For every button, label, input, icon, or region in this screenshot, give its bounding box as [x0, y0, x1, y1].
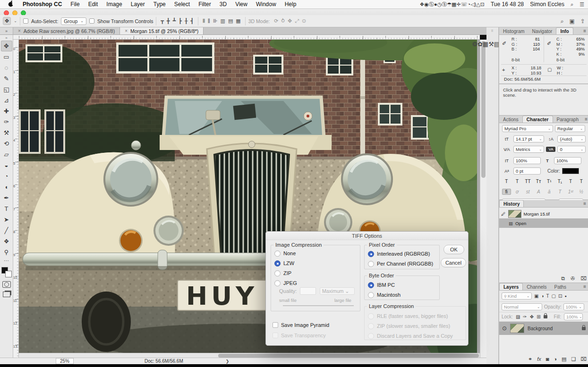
history-brush-tool[interactable]: ⟲	[1, 138, 12, 149]
dropbox-icon[interactable]: ❖	[419, 1, 424, 7]
tab-paths[interactable]: Paths	[551, 284, 571, 290]
type-style-button[interactable]: T	[577, 179, 586, 184]
align-top-icon[interactable]: ┳	[159, 18, 165, 24]
tab-histogram[interactable]: Histogram	[499, 28, 528, 34]
opacity-select[interactable]: 100%	[563, 303, 584, 310]
lock-artboard-icon[interactable]: ⊞	[537, 314, 540, 319]
history-step-open[interactable]: ▤ Open	[499, 218, 588, 228]
skype-icon[interactable]: ⓢ	[442, 1, 447, 7]
workspace-icon[interactable]: ▣	[570, 18, 575, 25]
tab-layers[interactable]: Layers	[499, 283, 523, 290]
layer-visibility-icon[interactable]: ⊙	[502, 325, 507, 332]
tool-preset-chevron-icon[interactable]: ⌄	[14, 19, 17, 23]
lock-all-icon[interactable]	[544, 315, 547, 318]
eyedropper-tool[interactable]: ⊿	[1, 95, 12, 106]
tab-navigator[interactable]: Navigator	[528, 28, 556, 34]
font-family-select[interactable]: Myriad Pro	[502, 125, 553, 132]
align-vcenter-icon[interactable]: ╋	[165, 18, 171, 24]
save-image-pyramid-checkbox[interactable]: Save Image Pyramid	[273, 322, 329, 328]
healing-brush-tool[interactable]: ✚	[1, 106, 12, 117]
menu-3d[interactable]: 3D	[215, 1, 231, 8]
tab-info[interactable]: Info	[556, 27, 573, 34]
background-color-swatch[interactable]	[5, 271, 12, 277]
type-style-button[interactable]: Tᴛ	[534, 179, 543, 184]
add-layer-mask-icon[interactable]: ◙	[546, 356, 549, 362]
contextual-alternates-button[interactable]: ơ	[513, 189, 522, 194]
blend-mode-select[interactable]: Normal	[502, 303, 542, 310]
status-dot-icon[interactable]: ●	[434, 1, 437, 7]
panel-icon-learn[interactable]: ❂	[472, 41, 477, 48]
new-document-from-state-icon[interactable]: ⧉	[561, 275, 565, 282]
type-style-button[interactable]: TT	[523, 179, 532, 184]
delete-layer-icon[interactable]: ⌧	[580, 356, 587, 362]
creative-cloud-icon[interactable]: ◉	[424, 1, 429, 7]
new-snapshot-icon[interactable]: ✇	[571, 275, 575, 282]
horizontal-scrollbar[interactable]	[19, 353, 480, 358]
lock-position-icon[interactable]: ✥	[530, 314, 534, 319]
swash-button[interactable]: A	[534, 189, 543, 194]
pan-3d-icon[interactable]: ✥	[286, 18, 293, 24]
password-icon[interactable]: ▦	[452, 1, 456, 7]
menu-help[interactable]: Help	[281, 1, 301, 8]
lock-transparency-icon[interactable]: ▨	[516, 314, 520, 319]
filter-shape-layers-icon[interactable]: ▢	[552, 293, 556, 299]
type-style-button[interactable]: T₁	[555, 179, 564, 184]
close-tab-icon[interactable]: ×	[125, 28, 128, 33]
layer-effects-icon[interactable]: fx	[537, 356, 541, 362]
eject-icon[interactable]: △	[476, 1, 480, 7]
clock-icon[interactable]: ◷	[437, 1, 442, 7]
radio-compression-none[interactable]: None	[274, 250, 296, 257]
path-selection-tool[interactable]: ➤	[1, 214, 12, 225]
tools-collapse-icon[interactable]: »	[5, 36, 7, 41]
tab-history[interactable]: History	[499, 200, 524, 207]
pen-tool[interactable]: ✒	[1, 192, 12, 203]
filter-smart-objects-icon[interactable]: ⊡	[558, 293, 562, 299]
radio-interleaved[interactable]: Interleaved (RGBRGB)	[368, 250, 430, 257]
radio-zip-layers[interactable]: ZIP (slower saves, smaller files)	[368, 323, 450, 329]
tab-character[interactable]: Character	[522, 116, 553, 123]
horizontal-scale-input[interactable]: 100%	[554, 157, 581, 164]
quick-mask-button[interactable]	[2, 281, 11, 288]
radio-per-channel[interactable]: Per Channel (RRGGBB)	[368, 260, 433, 267]
orbit-3d-icon[interactable]: ⟳	[273, 18, 280, 24]
font-style-select[interactable]: Regular	[555, 125, 585, 132]
type-style-button[interactable]: T	[513, 179, 522, 184]
layer-thumbnail[interactable]	[510, 324, 524, 333]
notification-center-icon[interactable]: ☰	[579, 1, 584, 8]
type-style-button[interactable]: T¹	[545, 179, 554, 184]
tab-adobe-raw-screen[interactable]: × Adobe Raw screen.jpg @ 66.7% (RGB/8)	[13, 27, 120, 34]
menu-file[interactable]: File	[66, 1, 84, 8]
new-adjustment-layer-icon[interactable]: ◑	[554, 356, 557, 362]
stylistic-alternates-button[interactable]: ā	[545, 189, 554, 194]
distribute-right-icon[interactable]: ▦	[234, 18, 242, 24]
kerning-select[interactable]: Metrics	[513, 146, 544, 153]
menubar-user[interactable]: Simon Eccles	[530, 1, 564, 8]
ok-button[interactable]: OK	[443, 245, 464, 254]
type-style-button[interactable]: T	[502, 179, 511, 184]
tab-morgan-15[interactable]: × Morgan 15.tif @ 25% (RGB/8*)	[120, 27, 204, 34]
radio-ibm-pc[interactable]: IBM PC	[368, 282, 395, 288]
close-tab-icon[interactable]: ×	[18, 28, 21, 33]
titling-alternates-button[interactable]: T	[555, 189, 564, 194]
eraser-tool[interactable]: ▱	[1, 149, 12, 160]
clone-stamp-tool[interactable]: ⚒	[1, 127, 12, 138]
tab-channels[interactable]: Channels	[523, 284, 550, 290]
align-bottom-icon[interactable]: ┻	[171, 18, 178, 24]
current-tool-icon[interactable]: ✥	[3, 17, 11, 25]
menu-edit[interactable]: Edit	[84, 1, 102, 8]
dialog-title[interactable]: TIFF Options	[266, 232, 468, 240]
gradient-tool[interactable]: ◒	[1, 160, 12, 171]
quality-slider[interactable]	[283, 305, 354, 306]
type-tool[interactable]: T	[1, 203, 12, 214]
ordinals-button[interactable]: 1ˢᵗ	[566, 189, 575, 194]
filter-pixel-layers-icon[interactable]: ▣	[534, 293, 538, 299]
edit-toolbar-icon[interactable]: ⋯	[4, 258, 9, 265]
panel-menu-icon[interactable]: ≡	[582, 117, 588, 123]
cancel-button[interactable]: Cancel	[441, 258, 466, 267]
tracking-select[interactable]: 0	[557, 146, 586, 153]
menu-view[interactable]: View	[231, 1, 252, 8]
zoom-level-field[interactable]: 25%	[56, 358, 74, 364]
tab-paragraph[interactable]: Paragraph	[553, 116, 583, 123]
menu-photoshop[interactable]: Photoshop CC	[18, 1, 66, 8]
spotlight-icon[interactable]: ⌕	[571, 1, 573, 8]
